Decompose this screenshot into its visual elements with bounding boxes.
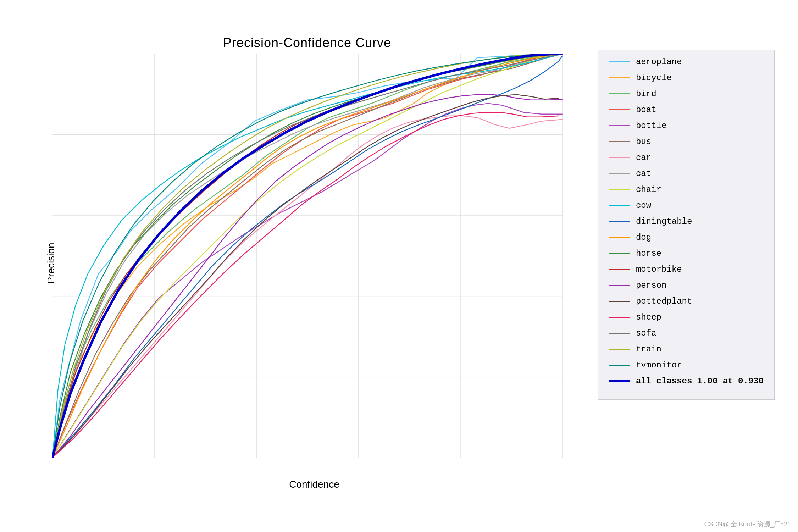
watermark: CSDN@ 全 Borde 资源_厂521 (704, 520, 791, 528)
legend-item: aeroplane (609, 57, 764, 67)
legend-item: diningtable (609, 217, 764, 226)
legend-item: sofa (609, 328, 764, 338)
legend-item: car (609, 153, 764, 162)
legend-item: cat (609, 169, 764, 178)
legend-item: all classes 1.00 at 0.930 (609, 376, 764, 386)
legend-label: bird (636, 89, 656, 99)
legend-label: horse (636, 249, 661, 258)
legend-item: boat (609, 105, 764, 115)
legend-item: person (609, 281, 764, 290)
legend-item: bottle (609, 121, 764, 131)
legend-label: aeroplane (636, 57, 682, 67)
legend-label: person (636, 281, 666, 290)
legend-label: train (636, 344, 661, 354)
legend-label: chair (636, 185, 661, 194)
legend-label: cat (636, 169, 651, 178)
legend-item: bicycle (609, 73, 764, 83)
chart-title: Precision-Confidence Curve (23, 35, 591, 50)
legend-label: bottle (636, 121, 666, 131)
legend-item: pottedplant (609, 297, 764, 306)
legend-label: cow (636, 201, 651, 210)
legend-item: bird (609, 89, 764, 99)
legend-item: cow (609, 201, 764, 210)
legend-item: chair (609, 185, 764, 194)
legend-label: tvmonitor (636, 360, 682, 370)
legend-item: horse (609, 249, 764, 258)
legend-label: pottedplant (636, 297, 692, 306)
legend-item: motorbike (609, 265, 764, 274)
legend-label: all classes 1.00 at 0.930 (636, 376, 764, 386)
legend-label: car (636, 153, 651, 162)
legend-label: dog (636, 233, 651, 242)
legend-item: sheep (609, 312, 764, 322)
legend-label: bus (636, 137, 651, 146)
chart-wrapper: Precision-Confidence Curve Precision Con… (23, 35, 775, 497)
legend-label: motorbike (636, 265, 682, 274)
chart-inner: Precision Confidence (52, 54, 577, 472)
legend-label: diningtable (636, 217, 692, 226)
chart-container: Precision-Confidence Curve Precision Con… (0, 0, 798, 532)
x-axis-label: Confidence (289, 479, 339, 490)
legend-box: aeroplanebicyclebirdboatbottlebuscarcatc… (598, 50, 775, 400)
legend-item: train (609, 344, 764, 354)
plot-svg: 0.0 0.2 0.4 0.6 0.8 1.0 0.0 0.2 0.4 0.6 … (52, 54, 563, 458)
y-axis-label: Precision (45, 243, 57, 283)
chart-area: Precision-Confidence Curve Precision Con… (23, 35, 591, 497)
legend-label: bicycle (636, 73, 672, 83)
legend-item: tvmonitor (609, 360, 764, 370)
legend-label: sheep (636, 312, 661, 322)
legend-item: bus (609, 137, 764, 146)
legend-item: dog (609, 233, 764, 242)
legend-label: sofa (636, 328, 656, 338)
legend-label: boat (636, 105, 656, 115)
